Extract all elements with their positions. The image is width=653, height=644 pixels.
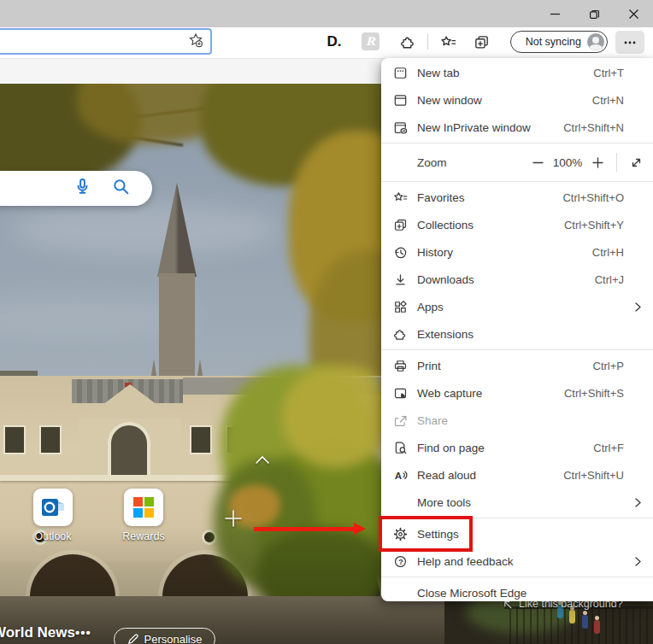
extensions-toolbar-icon[interactable] <box>398 32 417 51</box>
close-button[interactable] <box>614 0 653 27</box>
menu-separator <box>381 143 653 143</box>
fullscreen-button[interactable] <box>626 152 646 173</box>
menu-separator <box>381 577 653 577</box>
chevron-right-icon <box>635 302 641 312</box>
feed-more-icon[interactable]: ••• <box>75 625 91 640</box>
menu-item-label: New window <box>417 94 482 107</box>
menu-item-favorites[interactable]: FavoritesCtrl+Shift+O <box>381 184 653 211</box>
menu-item-new-window[interactable]: New windowCtrl+N <box>381 86 653 114</box>
svg-text:?: ? <box>398 557 403 565</box>
menu-item-collections[interactable]: CollectionsCtrl+Shift+Y <box>381 211 653 238</box>
menu-item-shortcut: Ctrl+Shift+O <box>562 191 624 204</box>
menu-item-label: Extensions <box>417 328 474 341</box>
menu-item-settings[interactable]: Settings <box>381 520 653 547</box>
menu-item-history[interactable]: HistoryCtrl+H <box>381 238 653 266</box>
search-icon[interactable] <box>112 178 130 199</box>
menu-item-label: Downloads <box>417 273 474 286</box>
zoom-divider <box>616 153 617 172</box>
personalise-label: Personalise <box>144 633 203 644</box>
read-aloud-icon: A <box>391 466 409 483</box>
menu-item-shortcut: Ctrl+T <box>593 67 624 79</box>
menu-separator <box>381 181 653 182</box>
menu-item-label: Share <box>417 414 448 427</box>
edge-menu: New tabCtrl+TNew windowCtrl+NNew InPriva… <box>381 58 653 601</box>
menu-item-close-microsoft-edge[interactable]: Close Microsoft Edge <box>381 579 653 606</box>
menu-item-label: Collections <box>417 219 474 231</box>
menu-item-label: Help and feedback <box>417 555 514 568</box>
menu-item-read-aloud[interactable]: ARead aloudCtrl+Shift+U <box>381 461 653 489</box>
personalise-button[interactable]: Personalise <box>114 628 215 644</box>
shortcut-rewards[interactable]: Rewards <box>117 489 170 542</box>
menu-item-help-and-feedback[interactable]: ?Help and feedback <box>381 547 653 575</box>
menu-item-label: Find on page <box>417 442 485 454</box>
extension-d-icon[interactable]: D. <box>323 31 345 53</box>
plus-icon <box>224 509 243 528</box>
menu-item-apps[interactable]: Apps <box>381 293 653 320</box>
menu-item-label: New tab <box>417 67 460 79</box>
restore-button[interactable] <box>574 0 614 27</box>
menu-item-print[interactable]: PrintCtrl+P <box>381 352 653 379</box>
titlebar <box>0 0 653 27</box>
menu-item-extensions[interactable]: Extensions <box>381 320 653 348</box>
add-shortcut-button[interactable] <box>223 508 244 529</box>
toolbar-divider <box>427 34 428 50</box>
no-icon <box>391 494 409 511</box>
address-bar[interactable] <box>0 28 212 55</box>
settings-icon <box>391 525 409 542</box>
zoom-in-button[interactable] <box>587 152 608 173</box>
collapse-shortcuts-icon[interactable] <box>253 454 272 465</box>
favorites-toolbar-icon[interactable] <box>438 32 457 51</box>
print-icon <box>391 357 409 374</box>
menu-item-zoom[interactable]: Zoom100% <box>381 145 653 179</box>
menu-item-label: Close Microsoft Edge <box>417 587 527 600</box>
menu-item-label: Read aloud <box>417 469 476 482</box>
menu-item-shortcut: Ctrl+F <box>593 442 624 454</box>
zoom-out-button[interactable] <box>527 152 548 173</box>
menu-item-downloads[interactable]: DownloadsCtrl+J <box>381 266 653 293</box>
menu-separator <box>381 518 653 518</box>
favorites-icon <box>391 189 409 206</box>
collections-toolbar-icon[interactable] <box>472 32 491 51</box>
menu-item-web-capture[interactable]: Web captureCtrl+Shift+S <box>381 379 653 407</box>
microphone-icon[interactable] <box>74 178 91 199</box>
find-icon <box>391 439 409 456</box>
shortcut-outlook[interactable]: Outlook <box>26 489 79 542</box>
profile-button[interactable]: Not syncing <box>510 31 608 53</box>
extensions-icon <box>391 325 409 342</box>
search-bar[interactable] <box>0 171 152 206</box>
menu-item-label: History <box>417 246 453 259</box>
chevron-right-icon <box>635 498 641 507</box>
menu-item-more-tools[interactable]: More tools <box>381 489 653 516</box>
downloads-icon <box>391 271 409 288</box>
svg-text:A: A <box>394 469 402 480</box>
menu-item-new-inprivate-window[interactable]: New InPrivate windowCtrl+Shift+N <box>381 114 653 141</box>
no-icon <box>391 584 409 601</box>
menu-item-find-on-page[interactable]: Find on pageCtrl+F <box>381 434 653 461</box>
minimize-button[interactable] <box>535 0 574 27</box>
menu-item-label: Web capture <box>417 387 482 400</box>
menu-item-new-tab[interactable]: New tabCtrl+T <box>381 59 653 86</box>
menu-item-shortcut: Ctrl+H <box>592 246 624 259</box>
menu-item-shortcut: Ctrl+P <box>593 360 624 372</box>
pencil-icon <box>127 634 138 644</box>
feed-bar: World News ••• Personalise <box>0 623 393 644</box>
extension-r-icon[interactable]: R <box>362 32 379 50</box>
menu-item-label: Zoom <box>417 156 447 169</box>
chevron-right-icon <box>635 557 641 566</box>
menu-item-shortcut: Ctrl+Shift+Y <box>564 219 624 231</box>
menu-item-label: Apps <box>417 301 444 313</box>
apps-icon <box>391 298 409 315</box>
collections-icon <box>391 216 409 233</box>
settings-and-more-button[interactable] <box>615 31 644 54</box>
menu-item-label: New InPrivate window <box>417 121 531 134</box>
feed-tab-world-news[interactable]: World News <box>0 624 75 641</box>
menu-separator <box>381 349 653 350</box>
shortcut-label: Outlook <box>26 530 79 542</box>
add-favorite-icon[interactable] <box>188 32 203 51</box>
menu-item-shortcut: Ctrl+Shift+S <box>564 387 624 400</box>
avatar <box>587 33 604 50</box>
menu-item-shortcut: Ctrl+N <box>592 94 624 107</box>
menu-item-share: Share <box>381 407 653 434</box>
no-icon <box>391 154 409 171</box>
history-icon <box>391 243 409 261</box>
